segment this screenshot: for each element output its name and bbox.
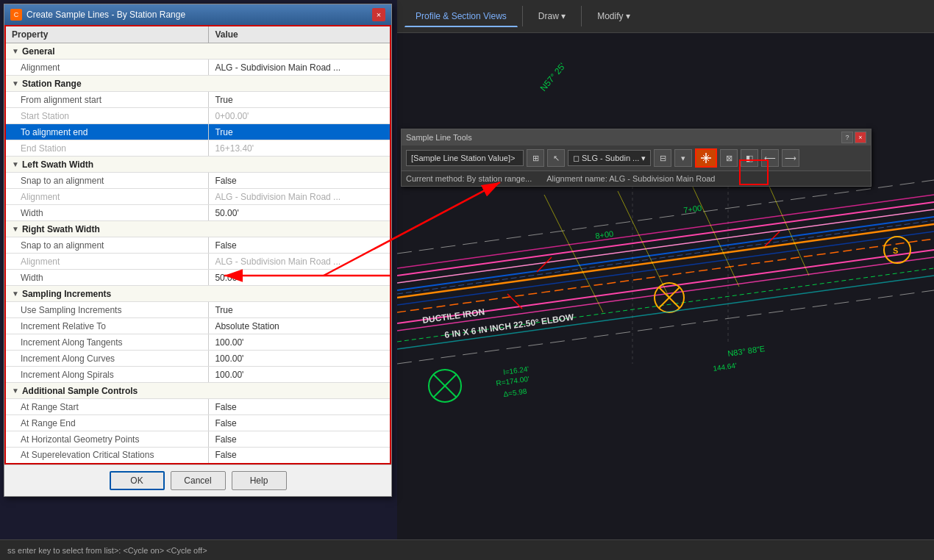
section-general-header: ▼ General [12,46,384,57]
at-horiz-geometry-label: At Horizontal Geometry Points [5,431,209,448]
section-right-swath-label: Right Swath Width [22,224,100,234]
table-header-row: Property Value [5,26,391,43]
use-sampling-value[interactable]: True [209,302,391,318]
section-sampling: ▼ Sampling Increments [5,286,391,302]
slt-controls: ? × [841,132,866,143]
tab-modify[interactable]: Modify ▾ [586,6,641,26]
row-right-alignment: Alignment ALG - Subdivision Main Road ..… [5,254,391,270]
row-increment-curves: Increment Along Curves 100.00' [5,351,391,367]
section-general: ▼ General [5,43,391,60]
tool-btn-7[interactable]: ⟵ [761,149,779,167]
ribbon-separator-2 [581,6,582,26]
tool-btn-1[interactable]: ⊞ [527,149,544,167]
increment-relative-value[interactable]: Absolute Station [209,318,391,334]
at-range-start-value[interactable]: False [209,399,391,415]
collapse-icon-left-swath[interactable]: ▼ [12,160,19,168]
at-range-end-value[interactable]: False [209,415,391,431]
tool-btn-8[interactable]: ⟶ [782,149,799,167]
section-sampling-label: Sampling Increments [22,289,111,299]
dialog-titlebar: C Create Sample Lines - By Station Range… [4,4,391,25]
increment-curves-value[interactable]: 100.00' [209,351,391,367]
increment-spirals-value[interactable]: 100.00' [209,367,391,383]
to-alignment-end-label[interactable]: To alignment end [5,124,209,140]
collapse-icon-additional[interactable]: ▼ [12,387,19,395]
dialog-buttons: OK Cancel Help [4,464,391,496]
row-at-range-end: At Range End False [5,415,391,431]
row-increment-spirals: Increment Along Spirals 100.00' [5,367,391,383]
help-button[interactable]: Help [232,471,287,490]
slg-dropdown[interactable]: ◻ SLG - Subdin ... ▾ [568,150,651,166]
property-table: Property Value ▼ General Alignment [4,25,391,464]
tool-btn-4[interactable]: ▾ [674,149,692,167]
collapse-icon-station-range[interactable]: ▼ [12,79,19,87]
value-column-header: Value [209,26,391,43]
tool-btn-2[interactable]: ↖ [547,149,565,167]
at-superelevation-value[interactable]: False [209,448,391,464]
increment-tangents-value[interactable]: 100.00' [209,334,391,351]
left-snap-label: Snap to an alignment [5,173,209,189]
tool-btn-6[interactable]: ◧ [741,149,758,167]
increment-spirals-label: Increment Along Spirals [5,367,209,383]
tab-profile-section-views[interactable]: Profile & Section Views [404,6,518,27]
section-station-range-header: ▼ Station Range [12,79,384,89]
at-superelevation-label: At Superelevation Critical Stations [5,448,209,464]
left-alignment-label: Alignment [5,189,209,205]
left-snap-value[interactable]: False [209,173,391,189]
right-snap-value[interactable]: False [209,237,391,254]
collapse-icon-sampling[interactable]: ▼ [12,290,19,298]
ok-button[interactable]: OK [110,471,165,490]
cad-canvas[interactable]: 7+00 8+00 DUCTILE IRON 6 IN X 6 IN INCH … [397,33,934,560]
at-horiz-geometry-value[interactable]: False [209,431,391,448]
start-station-value[interactable]: 0+00.00' [209,108,391,124]
row-at-range-start: At Range Start False [5,399,391,415]
sample-line-tools-panel: Sample Line Tools ? × [Sample Line Stati… [401,129,871,187]
section-left-swath: ▼ Left Swath Width [5,157,391,173]
from-alignment-start-value[interactable]: True [209,92,391,108]
to-alignment-end-value[interactable]: True [209,124,391,140]
status-bar: ss enter key to select from list>: <Cycl… [0,539,934,560]
station-value-label: [Sample Line Station Value]> [411,154,515,162]
dialog-title-left: C Create Sample Lines - By Station Range [10,9,185,21]
dialog-content: Property Value ▼ General Alignment [4,25,391,464]
status-text: ss enter key to select from list>: <Cycl… [7,546,207,555]
row-at-superelevation: At Superelevation Critical Stations Fals… [5,448,391,464]
at-range-end-label: At Range End [5,415,209,431]
tool-btn-active[interactable] [695,148,717,168]
section-sampling-header: ▼ Sampling Increments [12,289,384,299]
row-right-width: Width 50.00' [5,270,391,286]
dialog-close-button[interactable]: × [372,8,385,21]
right-alignment-value[interactable]: ALG - Subdivision Main Road ... [209,254,391,270]
left-alignment-value[interactable]: ALG - Subdivision Main Road ... [209,189,391,205]
tool-btn-5[interactable]: ⊠ [720,149,738,167]
slt-help-btn[interactable]: ? [841,132,853,143]
collapse-icon-general[interactable]: ▼ [12,47,19,55]
at-range-start-label: At Range Start [5,399,209,415]
right-alignment-label: Alignment [5,254,209,270]
slt-close-btn[interactable]: × [855,132,866,143]
left-width-value[interactable]: 50.00' [209,205,391,221]
collapse-icon-right-swath[interactable]: ▼ [12,225,19,233]
cad-drawing: 7+00 8+00 DUCTILE IRON 6 IN X 6 IN INCH … [397,33,934,560]
section-right-swath-header: ▼ Right Swath Width [12,224,384,234]
end-station-label: End Station [5,140,209,157]
left-width-label: Width [5,205,209,221]
tool-btn-3[interactable]: ⊟ [654,149,671,167]
section-additional-header: ▼ Additional Sample Controls [12,386,384,396]
alignment-value[interactable]: ALG - Subdivision Main Road ... [209,60,391,76]
row-left-width: Width 50.00' [5,205,391,221]
end-station-value[interactable]: 16+13.40' [209,140,391,157]
row-to-alignment-end: To alignment end True [5,124,391,140]
slg-label: ◻ [573,154,580,163]
row-alignment: Alignment ALG - Subdivision Main Road ..… [5,60,391,76]
create-sample-lines-dialog: C Create Sample Lines - By Station Range… [4,4,392,497]
tab-draw[interactable]: Draw ▾ [527,6,577,26]
right-width-value[interactable]: 50.00' [209,270,391,286]
row-right-snap: Snap to an alignment False [5,237,391,254]
ribbon-separator [522,6,523,26]
row-left-alignment: Alignment ALG - Subdivision Main Road ..… [5,189,391,205]
station-value-dropdown[interactable]: [Sample Line Station Value]> [406,150,524,166]
cancel-button[interactable]: Cancel [171,471,226,490]
section-general-label: General [22,46,55,57]
row-from-alignment-start: From alignment start True [5,92,391,108]
use-sampling-label: Use Sampling Increments [5,302,209,318]
